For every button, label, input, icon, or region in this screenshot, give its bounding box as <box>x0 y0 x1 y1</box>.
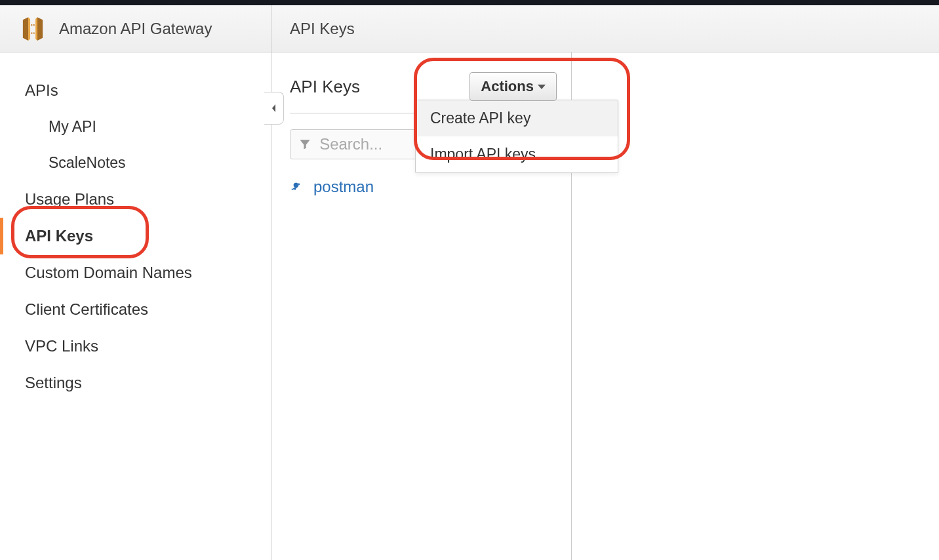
sidebar-item-apis[interactable]: APIs <box>0 72 271 109</box>
sidebar-item-label: API Keys <box>25 227 93 245</box>
breadcrumb-label: API Keys <box>290 20 355 37</box>
actions-button[interactable]: Actions <box>470 72 557 101</box>
sidebar-item-label: Custom Domain Names <box>25 264 192 281</box>
key-icon <box>290 180 304 194</box>
sidebar-item-vpc-links[interactable]: VPC Links <box>0 328 271 365</box>
breadcrumb[interactable]: API Keys <box>271 20 373 38</box>
api-gateway-icon <box>18 14 47 43</box>
header-bar: Amazon API Gateway API Keys <box>0 5 939 52</box>
sidebar-item-label: APIs <box>25 81 58 99</box>
svg-marker-0 <box>23 17 28 41</box>
caret-down-icon <box>538 85 546 89</box>
sidebar-item-scalenotes[interactable]: ScaleNotes <box>0 145 271 181</box>
api-key-item[interactable]: postman <box>290 174 557 200</box>
svg-marker-3 <box>35 17 37 41</box>
content-title: API Keys <box>290 77 360 97</box>
sidebar-item-custom-domain-names[interactable]: Custom Domain Names <box>0 254 271 291</box>
sidebar-item-label: My API <box>49 118 96 135</box>
svg-rect-5 <box>33 24 35 26</box>
svg-rect-4 <box>31 24 32 26</box>
api-key-name: postman <box>313 178 374 196</box>
dropdown-item-create-api-key[interactable]: Create API key <box>416 100 618 136</box>
svg-marker-1 <box>28 17 30 41</box>
service-header[interactable]: Amazon API Gateway <box>0 5 271 52</box>
filter-icon <box>298 137 311 151</box>
api-key-list: postman <box>290 174 557 200</box>
sidebar-item-settings[interactable]: Settings <box>0 365 271 401</box>
sidebar-item-label: VPC Links <box>25 337 98 355</box>
svg-rect-7 <box>33 32 35 33</box>
main-area: APIs My API ScaleNotes Usage Plans API K… <box>0 52 939 560</box>
sidebar-item-label: Usage Plans <box>25 190 114 208</box>
service-name: Amazon API Gateway <box>59 20 212 38</box>
dropdown-item-import-api-keys[interactable]: Import API keys <box>416 136 618 172</box>
sidebar-item-label: Settings <box>25 374 82 391</box>
sidebar-item-label: ScaleNotes <box>49 154 126 171</box>
sidebar-item-usage-plans[interactable]: Usage Plans <box>0 181 271 218</box>
sidebar: APIs My API ScaleNotes Usage Plans API K… <box>0 52 271 560</box>
content-column: API Keys Actions postman <box>271 52 572 560</box>
sidebar-item-label: Client Certificates <box>25 300 148 318</box>
dropdown-item-label: Import API keys <box>430 146 536 163</box>
top-bar <box>0 0 939 5</box>
sidebar-item-my-api[interactable]: My API <box>0 109 271 145</box>
svg-marker-2 <box>37 17 43 41</box>
svg-rect-6 <box>31 32 32 33</box>
sidebar-item-client-certificates[interactable]: Client Certificates <box>0 291 271 328</box>
dropdown-item-label: Create API key <box>430 110 530 127</box>
actions-dropdown: Create API key Import API keys <box>415 100 618 173</box>
sidebar-item-api-keys[interactable]: API Keys <box>0 218 271 254</box>
actions-label: Actions <box>481 78 534 95</box>
